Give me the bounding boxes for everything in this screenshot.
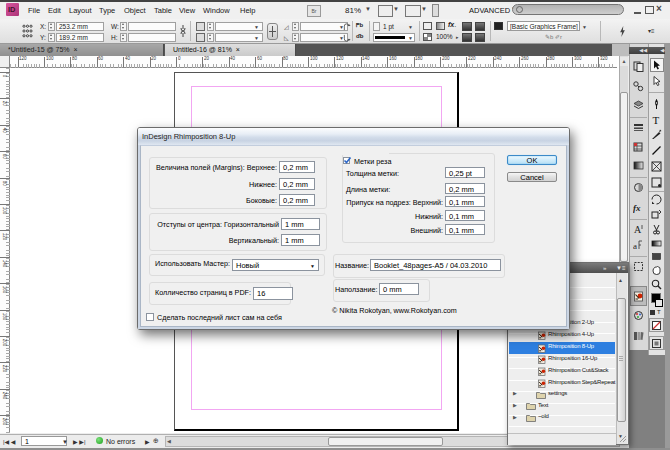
svg-text:fx: fx — [633, 203, 641, 213]
svg-text:A: A — [634, 224, 642, 235]
svg-text:a: a — [633, 241, 637, 251]
svg-text:T: T — [653, 114, 660, 125]
